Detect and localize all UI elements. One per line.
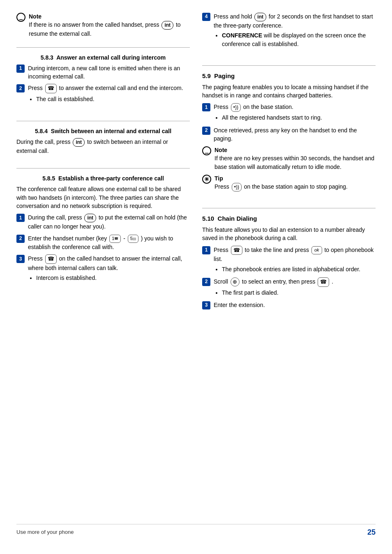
section-583-title: 5.8.3 Answer an external call during int… <box>16 53 190 62</box>
right-column: 4 Press and hold int for 2 seconds on th… <box>202 12 376 512</box>
step-585-2-before: Enter the handset number (key <box>28 235 107 242</box>
section-59-intro: The paging feature enables you to locate… <box>202 83 376 100</box>
step-585-3-bullets: Intercom is established. <box>28 274 190 282</box>
section-59-steps: 1 Press •)) on the base station. All the… <box>202 103 376 143</box>
paging-icon-59-1: •)) <box>231 103 241 112</box>
paging-icon-tip-59: •)) <box>232 183 242 192</box>
step-59-1: 1 Press •)) on the base station. All the… <box>202 103 376 122</box>
section-584-title-text: Switch between an internal and external … <box>51 128 171 134</box>
section-510-title: 5.10 Chain Dialing <box>202 214 376 223</box>
note-content-top: Note If there is no answer from the call… <box>29 12 190 38</box>
step-59-1-bullet: All the registered handsets start to rin… <box>222 113 376 122</box>
step-num-510-3: 3 <box>202 301 210 309</box>
note-text-59: If there are no key presses within 30 se… <box>214 154 376 171</box>
step-4-before: Press and hold <box>214 13 252 20</box>
step-text-59-1: Press •)) on the base station. All the r… <box>214 103 376 122</box>
tip-icon-59: ✳ <box>202 175 211 184</box>
step-text-583-2: Press ☎ to answer the external call and … <box>28 84 190 104</box>
divider-3 <box>16 168 190 169</box>
step-4-bullets: CONFERENCE will be displayed on the scre… <box>214 31 376 48</box>
step-text-59-2: Once retrieved, press any key on the han… <box>214 126 376 143</box>
step-text-4: Press and hold int for 2 seconds on the … <box>214 12 376 49</box>
tip-label-59: Tip <box>214 174 348 182</box>
step-510-2-bullet: The first part is dialed. <box>222 289 376 297</box>
step-510-2-after: . <box>332 278 333 285</box>
divider-right-1 <box>202 65 376 66</box>
note-box-59: ⎯ Note If there are no key presses withi… <box>202 146 376 171</box>
step-text-510-3: Enter the extension. <box>214 301 376 309</box>
int-button-585-1: int <box>84 214 96 222</box>
note-text-top: If there is no answer from the called ha… <box>29 21 190 38</box>
footer-text: Use more of your phone <box>16 529 74 536</box>
section-510: 5.10 Chain Dialing This feature allows y… <box>202 214 376 313</box>
section-510-intro: This feature allows you to dial an exten… <box>202 226 376 242</box>
section-585-steps: 1 During the call, press int to put the … <box>16 213 190 283</box>
step-510-2-bullets: The first part is dialed. <box>214 289 376 297</box>
section-583-number: 5.8.3 <box>41 54 53 61</box>
step-num-583-2: 2 <box>16 84 25 92</box>
section-585-intro: The conference call feature allows one e… <box>16 185 190 210</box>
ok-icon-510-1: ok <box>311 246 322 254</box>
step-num-510-2: 2 <box>202 278 210 286</box>
step-4-bullet: CONFERENCE will be displayed on the scre… <box>222 31 376 48</box>
section-584-body: During the call, press int to switch bet… <box>16 138 190 155</box>
divider-2 <box>16 121 190 121</box>
step-text-510-1: Press ☎ to take the line and press ok to… <box>214 246 376 274</box>
section-59: 5.9 Paging The paging feature enables yo… <box>202 72 376 195</box>
step-text-583-1: During intercom, a new call tone is emit… <box>28 64 190 81</box>
key1-icon-585: 1☎ <box>109 235 121 243</box>
step-num-4: 4 <box>202 13 210 21</box>
section-59-title: 5.9 Paging <box>202 72 376 81</box>
section-584-number: 5.8.4 <box>35 128 48 134</box>
section-583: 5.8.3 Answer an external call during int… <box>16 53 190 108</box>
section-584-title: 5.8.4 Switch between an internal and ext… <box>16 127 190 135</box>
note-icon-59: ⎯ <box>202 146 211 155</box>
note-label-59: Note <box>214 146 376 154</box>
phone-icon-585-3: ☎ <box>45 254 57 264</box>
step-text-585-1: During the call, press int to put the ex… <box>28 213 190 231</box>
int-button-584: int <box>73 138 85 147</box>
step-num-585-2: 2 <box>16 235 25 243</box>
step-text-510-2: Scroll ⊕ to select an entry, then press … <box>214 277 376 298</box>
note-content-59: Note If there are no key presses within … <box>214 146 376 171</box>
footer-page-number: 25 <box>367 527 376 538</box>
step-num-59-2: 2 <box>202 127 210 135</box>
note-text-before: If there is no answer from the called ha… <box>29 21 159 28</box>
step-583-2-after: to answer the external call and end the … <box>59 85 183 92</box>
section-59-number: 5.9 <box>202 72 211 79</box>
step-num-510-1: 1 <box>202 246 210 254</box>
step-510-1-bullets: The phonebook entries are listed in alph… <box>214 265 376 273</box>
section-585: 5.8.5 Establish a three-party conference… <box>16 174 190 286</box>
int-button-note: int <box>161 21 173 30</box>
step-583-2: 2 Press ☎ to answer the external call an… <box>16 84 190 104</box>
phone-icon-510-1: ☎ <box>231 246 242 255</box>
tip-text-59-after: on the base station again to stop paging… <box>244 183 348 190</box>
section-584: 5.8.4 Switch between an internal and ext… <box>16 127 190 155</box>
step-585-3: 3 Press ☎ on the called handset to answe… <box>16 254 190 283</box>
step-510-2-mid: to select an entry, then press <box>242 278 316 285</box>
tip-box-59: ✳ Tip Press •)) on the base station agai… <box>202 174 376 192</box>
section-585-number: 5.8.5 <box>42 175 55 182</box>
section-585-title-text: Establish a three-party conference call <box>58 175 164 182</box>
step-585-2-mid: - <box>123 235 125 242</box>
left-column: ⎯ Note If there is no answer from the ca… <box>16 12 190 512</box>
step-585-2: 2 Enter the handset number (key 1☎ - 5))… <box>16 234 190 252</box>
phone-icon-583-2: ☎ <box>45 84 57 93</box>
step-text-585-2: Enter the handset number (key 1☎ - 5))) … <box>28 234 190 252</box>
page-footer: Use more of your phone 25 <box>16 524 376 538</box>
note-box-top: ⎯ Note If there is no answer from the ca… <box>16 12 190 38</box>
section-585-title: 5.8.5 Establish a three-party conference… <box>16 174 190 182</box>
step-510-1-bullet: The phonebook entries are listed in alph… <box>222 265 376 273</box>
step-585-3-before: Press <box>28 255 43 262</box>
step-510-2-before: Scroll <box>214 278 228 285</box>
section-59-title-text: Paging <box>214 72 235 79</box>
section-510-number: 5.10 <box>202 215 214 222</box>
key2-icon-585: 5))) <box>128 235 138 243</box>
two-column-layout: ⎯ Note If there is no answer from the ca… <box>16 12 376 512</box>
step-583-2-before: Press <box>28 85 43 92</box>
section-583-steps: 1 During intercom, a new call tone is em… <box>16 64 190 104</box>
note-icon: ⎯ <box>16 13 25 22</box>
divider-1 <box>16 47 190 48</box>
section-583-title-text: Answer an external call during intercom <box>56 54 166 61</box>
step-num-583-1: 1 <box>16 65 25 73</box>
